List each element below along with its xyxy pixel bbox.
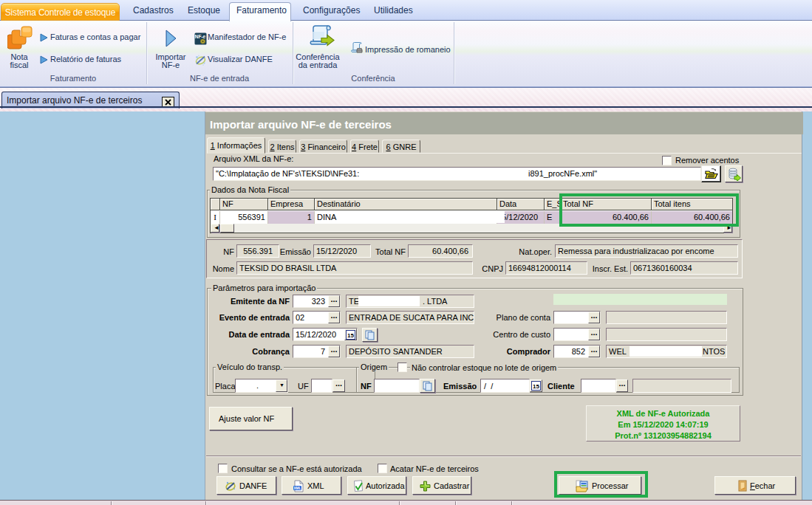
svg-text:XML: XML [293, 487, 301, 490]
svg-text:15: 15 [533, 383, 539, 390]
